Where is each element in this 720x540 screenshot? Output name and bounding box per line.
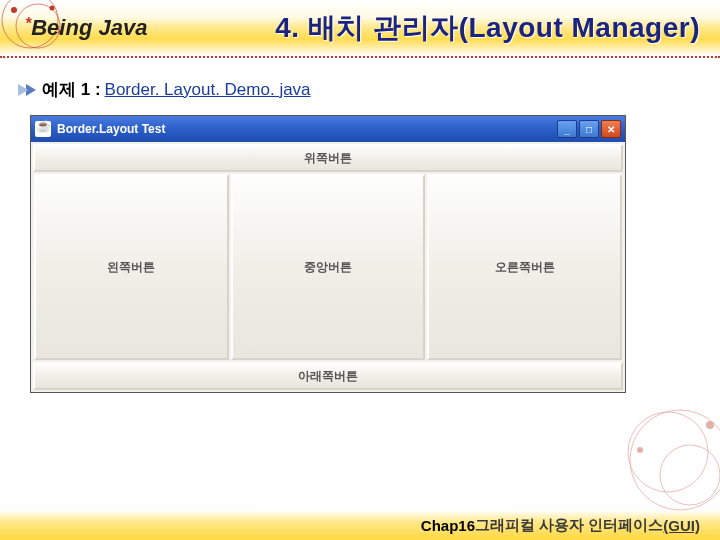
chapter-label: Chap16 — [421, 517, 475, 534]
middle-row: 왼쪽버튼 중앙버튼 오른쪽버튼 — [33, 172, 623, 362]
close-button[interactable]: ✕ — [601, 120, 621, 138]
svg-point-5 — [630, 410, 720, 510]
svg-point-8 — [637, 447, 643, 453]
minimize-button[interactable]: _ — [557, 120, 577, 138]
west-button[interactable]: 왼쪽버튼 — [34, 174, 229, 360]
bullet-arrow-icon — [26, 84, 36, 96]
logo-text: Being Java — [31, 15, 147, 40]
svg-point-6 — [628, 412, 708, 492]
content-area: 예제 1 : Border. Layout. Demo. java Border… — [0, 58, 720, 405]
bullet-prefix: 예제 1 : — [42, 78, 101, 101]
footer-text: 그래피컬 사용자 인터페이스 — [475, 516, 663, 535]
window-titlebar: Border.Layout Test _ □ ✕ — [31, 116, 625, 142]
center-button[interactable]: 중앙버튼 — [231, 174, 426, 360]
java-cup-icon — [35, 121, 51, 137]
north-button[interactable]: 위쪽버튼 — [33, 144, 623, 172]
border-layout-demo: 위쪽버튼 왼쪽버튼 중앙버튼 오른쪽버튼 아래쪽버튼 — [31, 142, 625, 392]
example-link[interactable]: Border. Layout. Demo. java — [105, 80, 311, 100]
decorative-circles-right — [580, 400, 720, 520]
footer-tag: (GUI) — [663, 517, 700, 534]
svg-point-3 — [50, 6, 55, 11]
window-title: Border.Layout Test — [57, 122, 165, 136]
maximize-button[interactable]: □ — [579, 120, 599, 138]
slide-header: *Being Java 4. 배치 관리자(Layout Manager) — [0, 0, 720, 58]
south-button[interactable]: 아래쪽버튼 — [33, 362, 623, 390]
logo: *Being Java — [25, 15, 147, 41]
svg-point-2 — [11, 7, 17, 13]
east-button[interactable]: 오른쪽버튼 — [427, 174, 622, 360]
slide-footer: Chap16 그래피컬 사용자 인터페이스 (GUI) — [0, 510, 720, 540]
svg-point-7 — [660, 445, 720, 505]
demo-window: Border.Layout Test _ □ ✕ 위쪽버튼 왼쪽버튼 중앙버튼 … — [30, 115, 626, 393]
window-controls: _ □ ✕ — [557, 120, 621, 138]
svg-point-9 — [706, 421, 714, 429]
bullet-item: 예제 1 : Border. Layout. Demo. java — [26, 78, 694, 101]
slide-title: 4. 배치 관리자(Layout Manager) — [275, 9, 700, 47]
